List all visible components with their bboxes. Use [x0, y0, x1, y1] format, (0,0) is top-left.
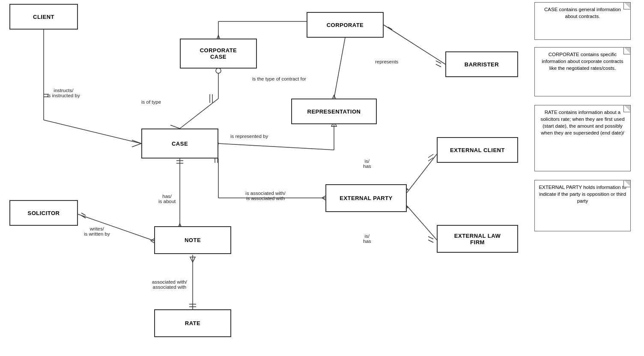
corporate-entity: CORPORATE: [307, 12, 384, 38]
solicitor-label: SOLICITOR: [27, 210, 60, 216]
represents-label: represents: [375, 59, 398, 64]
external-party-label: EXTERNAL PARTY: [340, 195, 393, 201]
corporate-note-text: CORPORATE contains specific information …: [542, 52, 623, 71]
svg-line-22: [436, 61, 441, 63]
representation-entity: REPRESENTATION: [291, 99, 377, 124]
barrister-entity: BARRISTER: [445, 51, 518, 77]
rate-note: RATE contains information about a solici…: [534, 105, 631, 171]
case-note-text: CASE contains general information about …: [544, 7, 621, 19]
external-client-label: EXTERNAL CLIENT: [450, 147, 505, 153]
svg-line-3: [132, 144, 141, 147]
client-label: CLIENT: [33, 14, 54, 20]
is-associated-with-label: is associated with/ is associated with: [231, 191, 300, 201]
is-type-contract-label: is the type of contract for: [245, 76, 313, 81]
svg-line-2: [132, 140, 141, 144]
corporate-case-label: CORPORATE CASE: [200, 47, 237, 60]
instructs-label: instructs/ is instructed by: [47, 88, 80, 98]
is-of-type-label: is of type: [141, 99, 161, 105]
external-law-firm-entity: EXTERNAL LAW FIRM: [437, 225, 518, 253]
case-label: CASE: [172, 141, 188, 147]
external-party-note: EXTERNAL PARTY holds information to indi…: [534, 180, 631, 231]
writes-label: writes/ is written by: [84, 226, 110, 236]
rate-entity: RATE: [154, 309, 231, 337]
corporate-case-entity: CORPORATE CASE: [180, 39, 257, 69]
svg-marker-52: [190, 257, 195, 262]
is-represented-by-label: is represented by: [230, 134, 268, 139]
client-entity: CLIENT: [9, 4, 78, 30]
svg-line-14: [180, 99, 218, 129]
case-entity: CASE: [141, 129, 218, 159]
external-law-firm-label: EXTERNAL LAW FIRM: [454, 233, 501, 245]
note-label: NOTE: [185, 237, 201, 243]
svg-line-26: [218, 144, 334, 150]
associated-with-label: associated with/ associated with: [152, 279, 187, 290]
rate-label: RATE: [185, 320, 200, 326]
svg-line-49: [81, 215, 86, 218]
svg-line-21: [384, 25, 445, 64]
solicitor-entity: SOLICITOR: [9, 200, 78, 226]
svg-line-15: [170, 125, 180, 129]
is-has-client-label: is/ has: [363, 159, 371, 169]
svg-line-23: [436, 64, 441, 67]
is-has-firm-label: is/ has: [363, 233, 371, 244]
svg-line-1: [44, 120, 141, 144]
representation-label: REPRESENTATION: [307, 108, 361, 115]
svg-line-19: [334, 38, 345, 99]
barrister-label: BARRISTER: [465, 61, 499, 68]
svg-line-45: [428, 240, 433, 242]
corporate-note: CORPORATE contains specific information …: [534, 47, 631, 96]
external-party-note-text: EXTERNAL PARTY holds information to indi…: [539, 185, 626, 203]
svg-line-43: [407, 206, 437, 240]
svg-line-24: [388, 27, 392, 30]
corporate-label: CORPORATE: [327, 22, 364, 28]
case-note: CASE contains general information about …: [534, 2, 631, 40]
external-party-entity: EXTERNAL PARTY: [325, 184, 407, 212]
svg-line-48: [81, 213, 86, 215]
external-client-entity: EXTERNAL CLIENT: [437, 137, 518, 163]
note-entity: NOTE: [154, 226, 231, 254]
svg-line-41: [428, 158, 433, 161]
svg-point-13: [216, 68, 221, 73]
svg-line-40: [428, 154, 433, 158]
rate-note-text: RATE contains information about a solici…: [540, 110, 624, 135]
svg-line-39: [407, 154, 437, 193]
svg-line-44: [428, 236, 433, 239]
has-is-about-label: has/ is about: [158, 194, 176, 204]
